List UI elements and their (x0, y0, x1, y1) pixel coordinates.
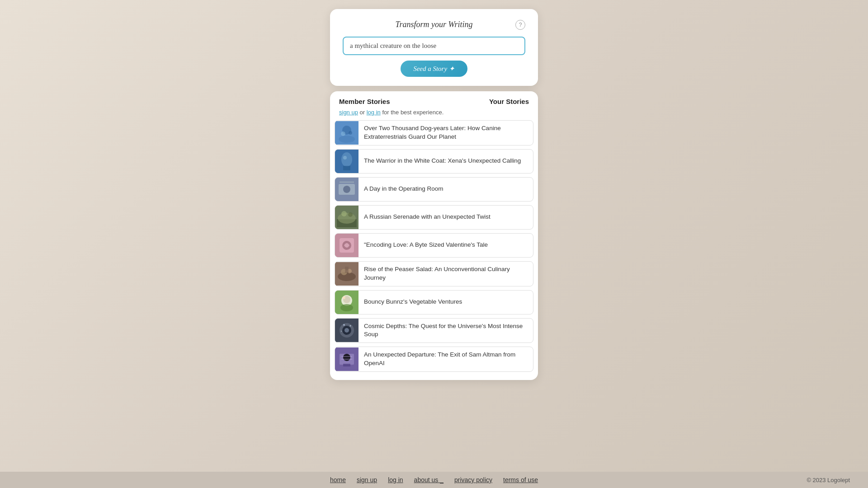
story-thumbnail (335, 347, 359, 371)
svg-point-29 (340, 304, 353, 311)
story-thumbnail (335, 178, 359, 201)
footer-copyright: © 2023 Logolept (807, 477, 850, 483)
svg-point-17 (348, 212, 353, 217)
story-title: An Unexpected Departure: The Exit of Sam… (359, 347, 533, 371)
footer-link-about[interactable]: about us _ (409, 476, 449, 483)
footer-link-terms[interactable]: terms of use (498, 476, 543, 483)
svg-point-3 (341, 131, 345, 136)
list-item[interactable]: Over Two Thousand Dog-years Later: How C… (335, 120, 533, 145)
story-thumbnail (335, 206, 359, 229)
svg-point-11 (343, 186, 350, 193)
story-title: The Warrior in the White Coat: Xena's Un… (359, 153, 526, 169)
svg-point-4 (349, 131, 352, 135)
help-icon[interactable]: ? (515, 20, 525, 30)
story-thumbnail (335, 150, 359, 173)
svg-point-36 (350, 325, 351, 327)
list-item[interactable]: A Russian Serenade with an Unexpected Tw… (335, 205, 533, 230)
story-title: Cosmic Depths: The Quest for the Univers… (359, 319, 533, 343)
search-input[interactable] (343, 37, 525, 55)
story-title: "Encoding Love: A Byte Sized Valentine's… (359, 237, 493, 253)
your-stories-label: Your Stories (489, 98, 529, 105)
member-stories-label: Member Stories (339, 98, 390, 105)
svg-point-40 (343, 354, 350, 361)
story-title: Rise of the Peaser Salad: An Unconventio… (359, 262, 533, 286)
footer-link-signup[interactable]: sign up (351, 476, 382, 483)
story-title: A Day in the Operating Room (359, 181, 449, 197)
story-thumbnail (335, 319, 359, 342)
svg-point-6 (341, 152, 352, 167)
story-thumbnail (335, 291, 359, 314)
svg-point-2 (339, 136, 355, 143)
footer-link-privacy[interactable]: privacy policy (449, 476, 498, 483)
story-list: Over Two Thousand Dog-years Later: How C… (330, 120, 538, 380)
stories-card: Member Stories Your Stories sign up or l… (330, 91, 538, 380)
footer-link-home[interactable]: home (325, 476, 351, 483)
main-card: Transform your Writing ? Seed a Story (330, 9, 538, 86)
svg-point-15 (338, 213, 356, 224)
list-item[interactable]: Bouncy Bunnz's Vegetable Ventures (335, 290, 533, 314)
list-item[interactable]: An Unexpected Departure: The Exit of Sam… (335, 347, 533, 372)
seed-story-button[interactable]: Seed a Story (401, 61, 467, 77)
svg-rect-41 (343, 364, 350, 366)
card-title: Transform your Writing (395, 20, 472, 29)
story-title: Over Two Thousand Dog-years Later: How C… (359, 121, 533, 145)
list-item[interactable]: A Day in the Operating Room (335, 177, 533, 202)
svg-point-30 (343, 296, 345, 299)
svg-point-34 (344, 328, 349, 333)
list-item[interactable]: Rise of the Peaser Salad: An Unconventio… (335, 261, 533, 286)
signup-prompt: sign up or log in for the best experienc… (330, 108, 538, 120)
story-thumbnail (335, 121, 359, 145)
sign-up-link[interactable]: sign up (339, 109, 358, 116)
footer: home sign up log in about us _ privacy p… (0, 472, 868, 488)
story-thumbnail (335, 262, 359, 286)
list-item[interactable]: Cosmic Depths: The Quest for the Univers… (335, 318, 533, 343)
svg-point-8 (343, 156, 347, 160)
log-in-link[interactable]: log in (367, 109, 381, 116)
story-title: A Russian Serenade with an Unexpected Tw… (359, 209, 496, 225)
footer-link-login[interactable]: log in (382, 476, 408, 483)
card-header: Transform your Writing ? (343, 20, 525, 29)
footer-links: home sign up log in about us _ privacy p… (325, 476, 543, 483)
svg-point-16 (341, 211, 347, 216)
list-item[interactable]: "Encoding Love: A Byte Sized Valentine's… (335, 233, 533, 258)
svg-rect-25 (345, 267, 349, 273)
story-thumbnail (335, 234, 359, 257)
svg-point-37 (341, 331, 342, 332)
story-title: Bouncy Bunnz's Vegetable Ventures (359, 294, 467, 310)
list-item[interactable]: The Warrior in the White Coat: Xena's Un… (335, 149, 533, 174)
stories-header: Member Stories Your Stories (330, 91, 538, 108)
svg-point-35 (343, 324, 345, 326)
svg-rect-7 (343, 166, 350, 170)
